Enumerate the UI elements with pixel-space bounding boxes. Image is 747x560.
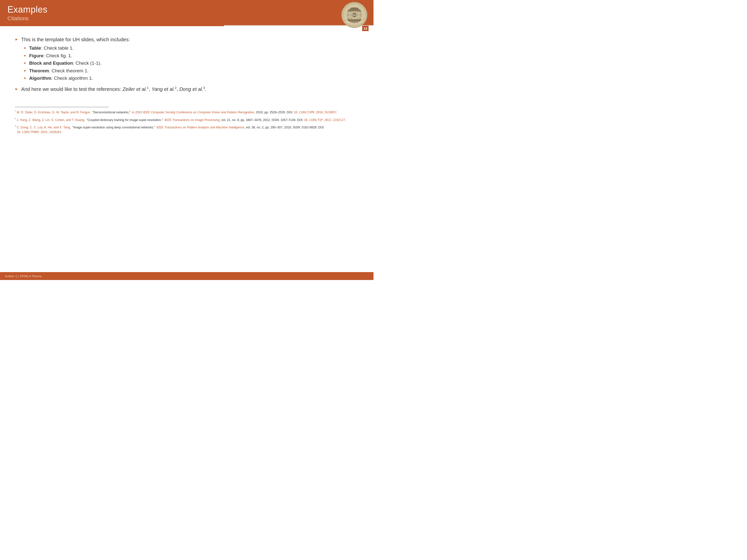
main-content: ► This is the template for UH slides, wh… bbox=[0, 26, 374, 100]
slide-title: Examples bbox=[7, 4, 366, 15]
spwla-logo: SPWLA SOCIETY OF PETROPHYSICISTS AND WEL… bbox=[341, 2, 367, 28]
sub-item-figure: ► Figure: Check fig. 1. bbox=[24, 53, 359, 59]
ref-doi-1: 10.1109/CVPR.2010.5539957 bbox=[294, 111, 336, 114]
sub-arrow-block: ► bbox=[24, 61, 27, 65]
reference-3: 3 C. Dong, C. C. Loy, K. He, and X. Tang… bbox=[15, 125, 359, 135]
reference-2: 2 J. Yang, Z. Wang, Z. Lin, S. Cohen, an… bbox=[15, 118, 359, 123]
bullet-text-1: This is the template for UH slides, whic… bbox=[21, 36, 130, 43]
sub-item-algorithm: ► Algorithm: Check algorithm 1. bbox=[24, 75, 359, 82]
footer-text: Author 1 | SPWLA Theme bbox=[5, 274, 42, 278]
ref-number-3: 3 bbox=[15, 125, 16, 129]
sub-arrow-figure: ► bbox=[24, 54, 27, 58]
ref-venue-2: IEEE Transactions on Image Processing bbox=[164, 118, 220, 122]
reference-1: 1 M. D. Zeiler, D. Krishnan, G. W. Taylo… bbox=[15, 110, 359, 115]
sub-arrow-table: ► bbox=[24, 46, 27, 50]
sub-item-theorem: ► Theorem: Check theorem 1. bbox=[24, 68, 359, 74]
sub-arrow-algorithm: ► bbox=[24, 76, 27, 80]
ref-authors-3: C. Dong, C. C. Loy, K. He, and X. Tang, bbox=[17, 126, 71, 129]
ref-number-2: 2 bbox=[15, 117, 16, 121]
svg-text:SOCIETY OF: SOCIETY OF bbox=[351, 7, 358, 9]
ref-venue-1: in 2010 IEEE Computer Society Conference… bbox=[132, 111, 254, 114]
ref-authors-2: J. Yang, Z. Wang, Z. Lin, S. Cohen, and … bbox=[17, 118, 85, 122]
svg-text:ANALYSTS: ANALYSTS bbox=[352, 23, 357, 24]
ref-doi-2: 10.1109/TIP.2012.2192127 bbox=[304, 118, 345, 122]
sub-text-block: Block and Equation: Check (1-1). bbox=[29, 60, 101, 67]
bullet-text-2: And here we would like to test the refer… bbox=[21, 86, 207, 92]
svg-text:PETROPHYSICISTS AND WELL LOG: PETROPHYSICISTS AND WELL LOG bbox=[345, 22, 363, 23]
sub-text-figure: Figure: Check fig. 1. bbox=[29, 53, 72, 59]
slide-subtitle: Citations bbox=[7, 15, 366, 22]
bullet-item-1: ► This is the template for UH slides, wh… bbox=[15, 36, 359, 43]
bullet-item-2: ► And here we would like to test the ref… bbox=[15, 86, 359, 92]
main-bullet-list: ► This is the template for UH slides, wh… bbox=[15, 36, 359, 92]
slide-header: Examples Citations SPWLA bbox=[0, 0, 374, 25]
ref-venue-3: IEEE Transactions on Pattern Analysis an… bbox=[156, 126, 244, 129]
ref-text-2: J. Yang, Z. Wang, Z. Lin, S. Cohen, and … bbox=[17, 118, 346, 123]
page-number: 14 bbox=[362, 26, 368, 31]
ref-doi-3: 10.1109/TPAMI.2015.2439281 bbox=[17, 130, 61, 134]
sub-text-table: Table: Check table 1. bbox=[29, 45, 74, 52]
ref-text-3: C. Dong, C. C. Loy, K. He, and X. Tang, … bbox=[17, 125, 359, 135]
sub-item-block: ► Block and Equation: Check (1-1). bbox=[24, 60, 359, 67]
svg-text:SPWLA: SPWLA bbox=[352, 15, 357, 16]
sub-text-algorithm: Algorithm: Check algorithm 1. bbox=[29, 75, 93, 82]
bullet-arrow-1: ► bbox=[15, 37, 18, 42]
sub-item-table: ► Table: Check table 1. bbox=[24, 45, 359, 52]
sub-bullet-list: ► Table: Check table 1. ► Figure: Check … bbox=[24, 45, 359, 82]
ref-text-1: M. D. Zeiler, D. Krishnan, G. W. Taylor,… bbox=[17, 110, 337, 115]
logo-container: SPWLA SOCIETY OF PETROPHYSICISTS AND WEL… bbox=[341, 2, 368, 29]
ref-authors-1: M. D. Zeiler, D. Krishnan, G. W. Taylor,… bbox=[17, 111, 91, 114]
references-section: 1 M. D. Zeiler, D. Krishnan, G. W. Taylo… bbox=[0, 110, 374, 135]
slide-footer: Author 1 | SPWLA Theme bbox=[0, 272, 374, 280]
ref-number-1: 1 bbox=[15, 110, 16, 113]
bullet-arrow-2: ► bbox=[15, 87, 18, 91]
sub-text-theorem: Theorem: Check theorem 1. bbox=[29, 68, 89, 74]
sub-arrow-theorem: ► bbox=[24, 69, 27, 73]
